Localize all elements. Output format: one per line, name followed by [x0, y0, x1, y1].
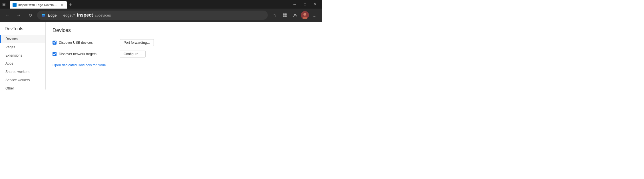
address-path-bold: inspect: [77, 13, 93, 18]
user-avatar[interactable]: [301, 11, 309, 19]
svg-rect-2: [285, 13, 287, 15]
page-title: Devices: [53, 27, 315, 33]
close-window-button[interactable]: ✕: [311, 0, 320, 9]
forward-button[interactable]: →: [14, 11, 23, 20]
sidebar-item-devices[interactable]: Devices: [0, 35, 45, 43]
discover-network-checkbox[interactable]: [53, 52, 57, 56]
address-path-rest: /#devices: [95, 13, 111, 17]
main-content: Devices Discover USB devices Port forwar…: [46, 22, 322, 90]
minimize-button[interactable]: ─: [290, 0, 299, 9]
network-targets-row: Discover network targets Configure…: [53, 51, 315, 57]
discover-usb-checkbox[interactable]: [53, 41, 57, 45]
tab-area: Inspect with Edge Developer Too… ✕ +: [10, 0, 74, 9]
svg-rect-4: [285, 15, 287, 17]
sidebar-item-shared-workers[interactable]: Shared workers: [0, 68, 45, 76]
discover-network-label[interactable]: Discover network targets: [59, 52, 96, 56]
back-button[interactable]: ←: [3, 11, 12, 20]
collections-button[interactable]: [280, 11, 289, 20]
more-button[interactable]: …: [310, 11, 319, 20]
sidebar-title: DevTools: [0, 26, 45, 35]
toolbar: ← → ↺ Edge | edge://inspect/#devices ☆: [0, 9, 322, 22]
new-tab-button[interactable]: +: [67, 1, 74, 9]
svg-rect-3: [283, 15, 285, 17]
profile-button[interactable]: [291, 11, 300, 20]
sidebar-item-extensions[interactable]: Extensions: [0, 51, 45, 60]
svg-point-7: [303, 13, 306, 16]
discover-usb-label[interactable]: Discover USB devices: [59, 41, 93, 45]
sidebar-item-other[interactable]: Other: [0, 84, 45, 90]
sidebar: DevTools Devices Pages Extensions Apps S…: [0, 22, 46, 90]
edge-brand-label: Edge: [48, 13, 57, 17]
edge-logo-icon: [41, 13, 46, 17]
active-tab[interactable]: Inspect with Edge Developer Too… ✕: [10, 1, 67, 9]
sidebar-item-service-workers[interactable]: Service workers: [0, 76, 45, 84]
tab-close-button[interactable]: ✕: [60, 3, 64, 7]
port-forwarding-button[interactable]: Port forwarding…: [120, 39, 154, 46]
maximize-button[interactable]: □: [300, 0, 309, 9]
sidebar-item-apps[interactable]: Apps: [0, 59, 45, 68]
refresh-button[interactable]: ↺: [26, 11, 35, 20]
titlebar: ⊟ Inspect with Edge Developer Too… ✕ + ─…: [0, 0, 322, 9]
address-separator: |: [59, 13, 60, 17]
favorites-button[interactable]: ☆: [270, 11, 279, 20]
window-icon: ⊟: [2, 2, 6, 7]
configure-button[interactable]: Configure…: [120, 51, 146, 57]
svg-rect-1: [283, 13, 285, 15]
toolbar-icons: ☆ …: [270, 11, 319, 20]
tab-title: Inspect with Edge Developer Too…: [18, 3, 58, 7]
address-protocol: edge://: [63, 13, 75, 17]
usb-checkbox-wrap: Discover USB devices: [53, 41, 115, 45]
tab-icon: [13, 3, 17, 7]
address-bar[interactable]: Edge | edge://inspect/#devices: [37, 11, 268, 20]
devtools-node-link[interactable]: Open dedicated DevTools for Node: [53, 63, 106, 67]
usb-devices-row: Discover USB devices Port forwarding…: [53, 39, 315, 46]
network-checkbox-wrap: Discover network targets: [53, 52, 115, 56]
sidebar-item-pages[interactable]: Pages: [0, 43, 45, 51]
page: DevTools Devices Pages Extensions Apps S…: [0, 22, 322, 90]
